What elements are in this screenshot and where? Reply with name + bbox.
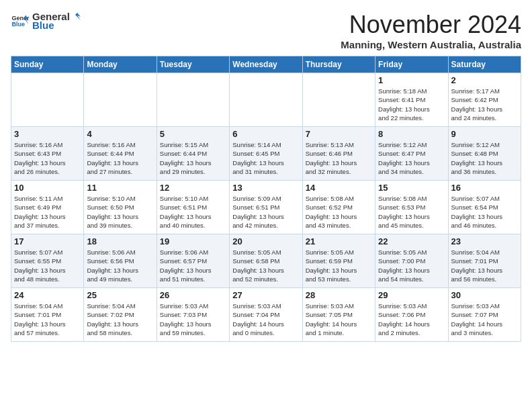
calendar-cell: 2Sunrise: 5:17 AM Sunset: 6:42 PM Daylig… bbox=[448, 73, 521, 127]
day-number: 12 bbox=[160, 183, 226, 193]
calendar-cell: 5Sunrise: 5:15 AM Sunset: 6:44 PM Daylig… bbox=[157, 127, 229, 181]
week-row-4: 17Sunrise: 5:07 AM Sunset: 6:55 PM Dayli… bbox=[11, 234, 521, 288]
day-number: 4 bbox=[87, 129, 153, 139]
day-info: Sunrise: 5:04 AM Sunset: 7:02 PM Dayligh… bbox=[87, 302, 153, 337]
calendar-cell: 13Sunrise: 5:09 AM Sunset: 6:51 PM Dayli… bbox=[230, 181, 302, 234]
day-number: 5 bbox=[160, 129, 226, 139]
week-row-2: 3Sunrise: 5:16 AM Sunset: 6:43 PM Daylig… bbox=[11, 127, 521, 181]
day-info: Sunrise: 5:12 AM Sunset: 6:47 PM Dayligh… bbox=[378, 140, 445, 176]
day-info: Sunrise: 5:03 AM Sunset: 7:03 PM Dayligh… bbox=[160, 302, 226, 337]
day-info: Sunrise: 5:08 AM Sunset: 6:53 PM Dayligh… bbox=[378, 194, 445, 230]
day-info: Sunrise: 5:05 AM Sunset: 6:58 PM Dayligh… bbox=[232, 248, 299, 283]
svg-text:Blue: Blue bbox=[11, 21, 25, 28]
day-number: 22 bbox=[378, 236, 445, 246]
day-number: 24 bbox=[14, 290, 81, 300]
calendar-cell: 26Sunrise: 5:03 AM Sunset: 7:03 PM Dayli… bbox=[157, 288, 229, 342]
day-info: Sunrise: 5:11 AM Sunset: 6:49 PM Dayligh… bbox=[14, 194, 81, 230]
week-row-5: 24Sunrise: 5:04 AM Sunset: 7:01 PM Dayli… bbox=[11, 288, 521, 342]
day-number: 8 bbox=[378, 129, 445, 139]
day-info: Sunrise: 5:13 AM Sunset: 6:46 PM Dayligh… bbox=[306, 140, 372, 176]
day-number: 13 bbox=[232, 183, 299, 193]
day-info: Sunrise: 5:03 AM Sunset: 7:07 PM Dayligh… bbox=[451, 302, 518, 337]
calendar-cell: 20Sunrise: 5:05 AM Sunset: 6:58 PM Dayli… bbox=[230, 234, 302, 288]
day-number: 19 bbox=[160, 236, 226, 246]
day-info: Sunrise: 5:08 AM Sunset: 6:52 PM Dayligh… bbox=[306, 194, 372, 230]
day-number: 1 bbox=[378, 75, 445, 85]
col-header-saturday: Saturday bbox=[448, 56, 521, 73]
col-header-tuesday: Tuesday bbox=[157, 56, 229, 73]
calendar-cell: 14Sunrise: 5:08 AM Sunset: 6:52 PM Dayli… bbox=[302, 181, 375, 234]
calendar-cell: 12Sunrise: 5:10 AM Sunset: 6:51 PM Dayli… bbox=[157, 181, 229, 234]
day-info: Sunrise: 5:09 AM Sunset: 6:51 PM Dayligh… bbox=[232, 194, 299, 230]
day-number: 28 bbox=[306, 290, 372, 300]
day-number: 11 bbox=[87, 183, 153, 193]
day-number: 3 bbox=[14, 129, 81, 139]
calendar-cell bbox=[84, 73, 157, 127]
day-info: Sunrise: 5:16 AM Sunset: 6:44 PM Dayligh… bbox=[87, 140, 153, 176]
calendar-cell: 17Sunrise: 5:07 AM Sunset: 6:55 PM Dayli… bbox=[11, 234, 84, 288]
calendar-cell: 6Sunrise: 5:14 AM Sunset: 6:45 PM Daylig… bbox=[230, 127, 302, 181]
calendar-cell: 21Sunrise: 5:05 AM Sunset: 6:59 PM Dayli… bbox=[302, 234, 375, 288]
calendar-cell bbox=[11, 73, 84, 127]
calendar-cell: 25Sunrise: 5:04 AM Sunset: 7:02 PM Dayli… bbox=[84, 288, 157, 342]
day-number: 10 bbox=[14, 183, 81, 193]
calendar-cell: 18Sunrise: 5:06 AM Sunset: 6:56 PM Dayli… bbox=[84, 234, 157, 288]
day-info: Sunrise: 5:06 AM Sunset: 6:57 PM Dayligh… bbox=[160, 248, 226, 283]
calendar-cell: 7Sunrise: 5:13 AM Sunset: 6:46 PM Daylig… bbox=[302, 127, 375, 181]
week-row-3: 10Sunrise: 5:11 AM Sunset: 6:49 PM Dayli… bbox=[11, 181, 521, 234]
day-info: Sunrise: 5:03 AM Sunset: 7:05 PM Dayligh… bbox=[306, 302, 372, 337]
day-info: Sunrise: 5:04 AM Sunset: 7:01 PM Dayligh… bbox=[14, 302, 81, 337]
day-number: 6 bbox=[232, 129, 299, 139]
day-number: 14 bbox=[306, 183, 372, 193]
day-number: 29 bbox=[378, 290, 445, 300]
col-header-sunday: Sunday bbox=[11, 56, 84, 73]
title-area: November 2024 Manning, Western Australia… bbox=[341, 11, 521, 50]
day-number: 2 bbox=[451, 75, 518, 85]
calendar-cell bbox=[157, 73, 229, 127]
week-row-1: 1Sunrise: 5:18 AM Sunset: 6:41 PM Daylig… bbox=[11, 73, 521, 127]
day-info: Sunrise: 5:12 AM Sunset: 6:48 PM Dayligh… bbox=[451, 140, 518, 176]
location-title: Manning, Western Australia, Australia bbox=[341, 39, 521, 50]
calendar-cell: 8Sunrise: 5:12 AM Sunset: 6:47 PM Daylig… bbox=[375, 127, 448, 181]
svg-marker-3 bbox=[75, 13, 81, 20]
calendar-cell: 27Sunrise: 5:03 AM Sunset: 7:04 PM Dayli… bbox=[230, 288, 302, 342]
col-header-wednesday: Wednesday bbox=[230, 56, 302, 73]
logo: General Blue General Blue bbox=[11, 11, 81, 31]
calendar-cell: 23Sunrise: 5:04 AM Sunset: 7:01 PM Dayli… bbox=[448, 234, 521, 288]
logo-swoosh bbox=[71, 11, 81, 22]
calendar-cell: 3Sunrise: 5:16 AM Sunset: 6:43 PM Daylig… bbox=[11, 127, 84, 181]
calendar-cell: 30Sunrise: 5:03 AM Sunset: 7:07 PM Dayli… bbox=[448, 288, 521, 342]
day-number: 27 bbox=[232, 290, 299, 300]
calendar-cell: 22Sunrise: 5:05 AM Sunset: 7:00 PM Dayli… bbox=[375, 234, 448, 288]
day-number: 20 bbox=[232, 236, 299, 246]
day-number: 25 bbox=[87, 290, 153, 300]
day-number: 18 bbox=[87, 236, 153, 246]
day-number: 16 bbox=[451, 183, 518, 193]
day-number: 7 bbox=[306, 129, 372, 139]
logo-icon: General Blue bbox=[11, 11, 30, 30]
calendar-cell: 1Sunrise: 5:18 AM Sunset: 6:41 PM Daylig… bbox=[375, 73, 448, 127]
calendar-cell: 29Sunrise: 5:03 AM Sunset: 7:06 PM Dayli… bbox=[375, 288, 448, 342]
day-info: Sunrise: 5:06 AM Sunset: 6:56 PM Dayligh… bbox=[87, 248, 153, 283]
calendar-table: SundayMondayTuesdayWednesdayThursdayFrid… bbox=[11, 56, 521, 342]
day-info: Sunrise: 5:04 AM Sunset: 7:01 PM Dayligh… bbox=[451, 248, 518, 283]
day-info: Sunrise: 5:18 AM Sunset: 6:41 PM Dayligh… bbox=[378, 87, 445, 122]
calendar-cell: 11Sunrise: 5:10 AM Sunset: 6:50 PM Dayli… bbox=[84, 181, 157, 234]
day-info: Sunrise: 5:10 AM Sunset: 6:50 PM Dayligh… bbox=[87, 194, 153, 230]
day-number: 15 bbox=[378, 183, 445, 193]
col-header-thursday: Thursday bbox=[302, 56, 375, 73]
day-info: Sunrise: 5:07 AM Sunset: 6:55 PM Dayligh… bbox=[14, 248, 81, 283]
header: General Blue General Blue November 2024 … bbox=[11, 11, 521, 50]
calendar-cell: 16Sunrise: 5:07 AM Sunset: 6:54 PM Dayli… bbox=[448, 181, 521, 234]
day-number: 26 bbox=[160, 290, 226, 300]
day-info: Sunrise: 5:03 AM Sunset: 7:04 PM Dayligh… bbox=[232, 302, 299, 337]
day-info: Sunrise: 5:17 AM Sunset: 6:42 PM Dayligh… bbox=[451, 87, 518, 122]
day-number: 9 bbox=[451, 129, 518, 139]
day-info: Sunrise: 5:14 AM Sunset: 6:45 PM Dayligh… bbox=[232, 140, 299, 176]
calendar-cell: 24Sunrise: 5:04 AM Sunset: 7:01 PM Dayli… bbox=[11, 288, 84, 342]
calendar-cell: 10Sunrise: 5:11 AM Sunset: 6:49 PM Dayli… bbox=[11, 181, 84, 234]
calendar-cell: 4Sunrise: 5:16 AM Sunset: 6:44 PM Daylig… bbox=[84, 127, 157, 181]
month-title: November 2024 bbox=[341, 11, 521, 39]
day-number: 30 bbox=[451, 290, 518, 300]
day-info: Sunrise: 5:03 AM Sunset: 7:06 PM Dayligh… bbox=[378, 302, 445, 337]
